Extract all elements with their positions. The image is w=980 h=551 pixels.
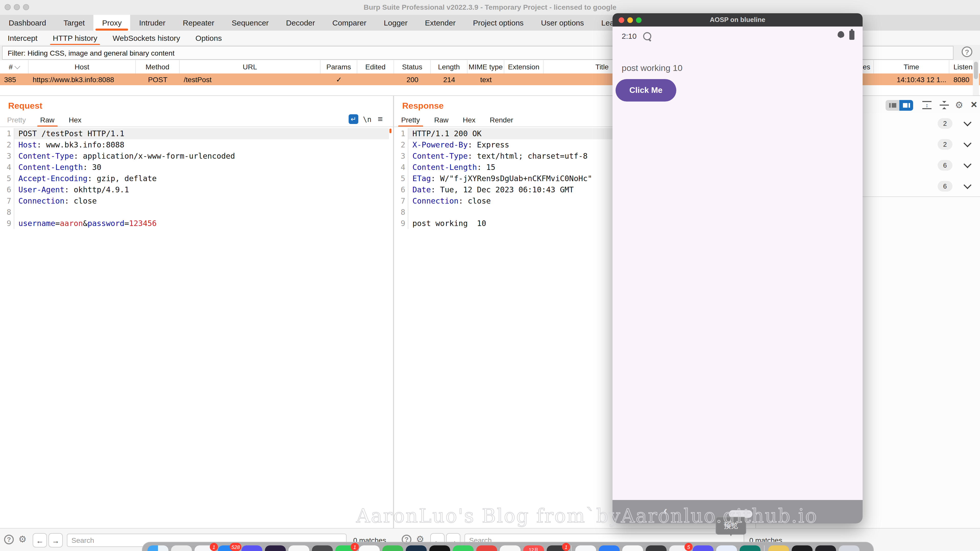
android-emulator-window[interactable]: AOSP on blueline 2:10 post working 10 Cl… bbox=[612, 13, 862, 524]
tab-http-history[interactable]: HTTP history bbox=[45, 30, 105, 45]
tab-comparer[interactable]: Comparer bbox=[324, 15, 375, 30]
tab-user-options[interactable]: User options bbox=[532, 15, 593, 30]
dock-icon-finder[interactable] bbox=[148, 545, 169, 551]
dock-icon-green-app[interactable] bbox=[453, 545, 474, 551]
col-header-url[interactable]: URL bbox=[180, 60, 321, 73]
request-tab-raw[interactable]: Raw bbox=[33, 113, 62, 127]
col-header-method[interactable]: Method bbox=[136, 60, 180, 73]
response-tab-render[interactable]: Render bbox=[483, 113, 520, 127]
dock-icon-mail[interactable]: 528 bbox=[218, 545, 239, 551]
col-header-host[interactable]: Host bbox=[29, 60, 136, 73]
chevron-down-icon[interactable] bbox=[963, 160, 971, 168]
dock-icon-red-app[interactable] bbox=[476, 545, 497, 551]
request-editor[interactable]: 1POST /testPost HTTP/1.1 2Host: www.bk3.… bbox=[0, 128, 389, 229]
dock-icon-preview[interactable] bbox=[716, 545, 737, 551]
dock-icon-wechat[interactable]: 1 bbox=[335, 545, 356, 551]
filter-help-icon[interactable]: ? bbox=[962, 46, 972, 57]
response-tab-raw[interactable]: Raw bbox=[427, 113, 455, 127]
layout-left-icon[interactable] bbox=[886, 100, 899, 111]
inspector-gear-icon[interactable]: ⚙ bbox=[955, 100, 963, 110]
table-scrollbar[interactable] bbox=[973, 60, 979, 96]
inspector-layout-toggle[interactable] bbox=[886, 100, 913, 111]
tab-repeater[interactable]: Repeater bbox=[174, 15, 223, 30]
tab-project-options[interactable]: Project options bbox=[464, 15, 532, 30]
dock-icon-teal-app[interactable] bbox=[740, 545, 760, 551]
tab-decoder[interactable]: Decoder bbox=[277, 15, 324, 30]
cell-time: 14:10:43 12 1... bbox=[874, 73, 950, 85]
dock-icon-white-multi[interactable] bbox=[500, 545, 520, 551]
sort-chevron-icon bbox=[14, 63, 20, 69]
tab-logger[interactable]: Logger bbox=[375, 15, 416, 30]
dock-icon-mini-window-1[interactable] bbox=[792, 545, 813, 551]
dock-icon-calendar[interactable]: 12月 bbox=[523, 545, 544, 551]
tab-options[interactable]: Options bbox=[188, 30, 229, 45]
dock-icon-white-app[interactable] bbox=[359, 545, 380, 551]
dock-icon-dark-face[interactable]: 1 bbox=[547, 545, 568, 551]
request-tab-hex[interactable]: Hex bbox=[62, 113, 89, 127]
chevron-down-icon[interactable] bbox=[963, 139, 971, 147]
col-header-time[interactable]: Time bbox=[874, 60, 950, 73]
dock-icon-paper-plane[interactable] bbox=[312, 545, 333, 551]
dock-icon-flame[interactable] bbox=[265, 545, 286, 551]
android-window-titlebar[interactable]: AOSP on blueline bbox=[612, 13, 862, 27]
back-chevron-icon[interactable]: ‹ bbox=[663, 504, 667, 517]
col-header-mime[interactable]: MIME type bbox=[468, 60, 504, 73]
dock-icon-notes[interactable] bbox=[575, 545, 596, 551]
response-tab-pretty[interactable]: Pretty bbox=[394, 113, 427, 127]
dock-icon-launchpad[interactable] bbox=[171, 545, 192, 551]
request-line: 9username=aaron&password=123456 bbox=[0, 218, 389, 229]
col-header-params[interactable]: Params bbox=[321, 60, 357, 73]
tab-proxy[interactable]: Proxy bbox=[94, 15, 130, 30]
dock-icon-purple-j-2[interactable] bbox=[693, 545, 714, 551]
dock-icon-green-leaf[interactable] bbox=[382, 545, 403, 551]
dock-icon-navy-app[interactable] bbox=[406, 545, 427, 551]
col-header-edited[interactable]: Edited bbox=[357, 60, 394, 73]
dock-icon-lens[interactable] bbox=[646, 545, 667, 551]
chevron-down-icon[interactable] bbox=[963, 118, 971, 126]
request-tab-pretty[interactable]: Pretty bbox=[0, 113, 33, 127]
tab-sequencer[interactable]: Sequencer bbox=[223, 15, 277, 30]
tab-intercept[interactable]: Intercept bbox=[0, 30, 45, 45]
search-settings-icon[interactable]: ⚙ bbox=[18, 534, 27, 545]
layout-right-icon[interactable] bbox=[899, 100, 913, 111]
search-help-icon[interactable]: ? bbox=[4, 535, 14, 545]
request-line: 4Content-Length: 30 bbox=[0, 162, 389, 173]
chevron-down-icon[interactable] bbox=[963, 181, 971, 189]
dock-icon-black-green[interactable] bbox=[429, 545, 450, 551]
tab-target[interactable]: Target bbox=[55, 15, 94, 30]
tab-websockets-history[interactable]: WebSockets history bbox=[105, 30, 188, 45]
expand-all-icon[interactable]: ↕ bbox=[922, 101, 932, 109]
editor-menu-icon[interactable]: ≡ bbox=[378, 114, 383, 124]
col-header-extension[interactable]: Extension bbox=[504, 60, 544, 73]
location-icon bbox=[838, 31, 844, 38]
dock-icon-telegram[interactable] bbox=[622, 545, 643, 551]
table-scrollbar-thumb[interactable] bbox=[974, 62, 978, 79]
col-header-length[interactable]: Length bbox=[431, 60, 468, 73]
burp-titlebar: Burp Suite Professional v2022.3.9 - Temp… bbox=[0, 0, 980, 15]
request-line: 7Connection: close bbox=[0, 195, 389, 206]
dock-icon-blue-app[interactable] bbox=[599, 545, 620, 551]
filter-text: Filter: Hiding CSS, image and general bi… bbox=[8, 49, 175, 57]
col-header-status[interactable]: Status bbox=[394, 60, 431, 73]
dock-icon-downloads[interactable]: 5 bbox=[669, 545, 690, 551]
dock-icon-red-dot[interactable] bbox=[288, 545, 309, 551]
col-header-number[interactable]: # bbox=[0, 60, 29, 73]
cell-params-check: ✓ bbox=[321, 73, 357, 85]
collapse-all-icon[interactable] bbox=[940, 101, 949, 109]
soft-wrap-icon[interactable]: ↵ bbox=[348, 114, 358, 124]
newline-chars-icon[interactable]: \n bbox=[363, 115, 372, 124]
dock-icon-folder[interactable] bbox=[768, 545, 789, 551]
dock-icon-colorful-ball[interactable] bbox=[838, 545, 859, 551]
search-prev-button[interactable]: ← bbox=[33, 533, 47, 548]
dock-icon-mini-window-2[interactable] bbox=[815, 545, 836, 551]
search-next-button[interactable]: → bbox=[48, 533, 63, 548]
response-tab-hex[interactable]: Hex bbox=[455, 113, 483, 127]
dock-icon-purple-j[interactable] bbox=[242, 545, 262, 551]
inspector-close-icon[interactable]: × bbox=[971, 100, 977, 109]
tab-extender[interactable]: Extender bbox=[416, 15, 464, 30]
click-me-button[interactable]: Click Me bbox=[616, 79, 676, 102]
tab-dashboard[interactable]: Dashboard bbox=[0, 15, 55, 30]
burp-window-title: Burp Suite Professional v2022.3.9 - Temp… bbox=[0, 3, 980, 11]
tab-intruder[interactable]: Intruder bbox=[130, 15, 174, 30]
dock-icon-app-store[interactable]: 1 bbox=[194, 545, 215, 551]
